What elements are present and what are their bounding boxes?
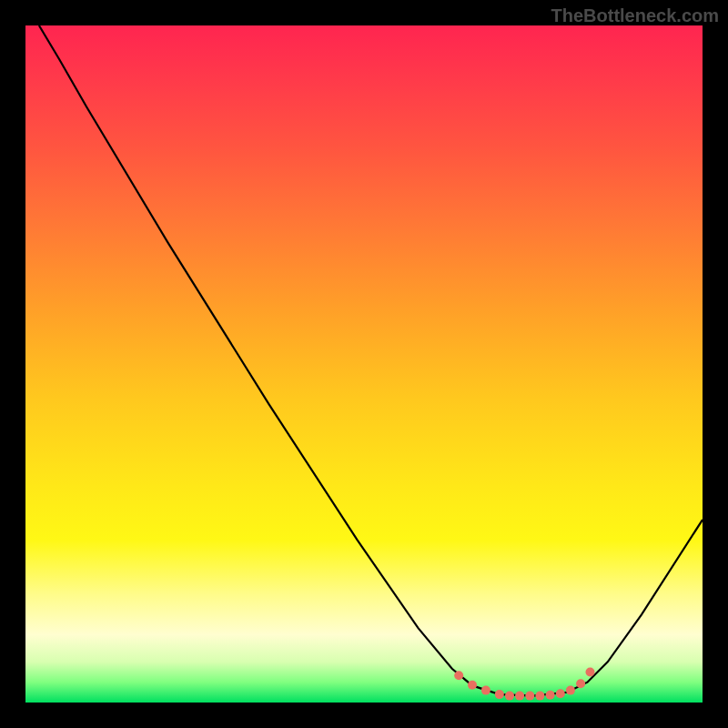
marker-dot — [468, 681, 477, 690]
marker-dot — [586, 668, 595, 677]
marker-dot — [556, 689, 565, 698]
marker-dot — [481, 686, 490, 695]
marker-dot — [495, 690, 504, 699]
marker-dot — [576, 679, 585, 688]
chart-svg — [25, 25, 703, 703]
watermark-text: TheBottleneck.com — [551, 5, 719, 26]
marker-dot — [535, 692, 544, 701]
marker-dot — [546, 691, 555, 700]
bottleneck-curve-line — [39, 25, 703, 696]
marker-dot — [566, 686, 575, 695]
marker-dot — [505, 692, 514, 701]
chart-plot-area — [25, 25, 703, 703]
marker-dot — [454, 671, 463, 680]
marker-dot — [515, 692, 524, 701]
marker-dot — [525, 692, 534, 701]
